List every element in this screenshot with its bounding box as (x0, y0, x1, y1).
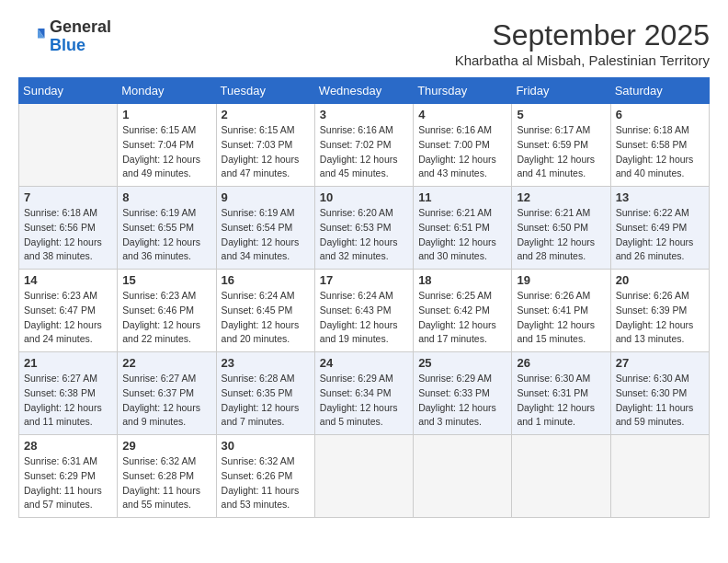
day-number: 15 (122, 273, 210, 287)
calendar-cell: 24Sunrise: 6:29 AMSunset: 6:34 PMDayligh… (314, 352, 413, 435)
calendar-cell: 23Sunrise: 6:28 AMSunset: 6:35 PMDayligh… (216, 352, 314, 435)
day-detail: Sunrise: 6:31 AMSunset: 6:29 PMDaylight:… (24, 454, 112, 512)
calendar-cell (314, 435, 413, 518)
day-number: 9 (222, 190, 310, 204)
day-detail: Sunrise: 6:32 AMSunset: 6:28 PMDaylight:… (122, 454, 210, 512)
calendar: SundayMondayTuesdayWednesdayThursdayFrid… (18, 77, 710, 518)
week-row-3: 14Sunrise: 6:23 AMSunset: 6:47 PMDayligh… (19, 270, 710, 352)
day-number: 18 (418, 273, 506, 287)
calendar-cell: 2Sunrise: 6:15 AMSunset: 7:03 PMDaylight… (216, 104, 314, 187)
week-row-1: 1Sunrise: 6:15 AMSunset: 7:04 PMDaylight… (19, 104, 710, 187)
day-detail: Sunrise: 6:21 AMSunset: 6:50 PMDaylight:… (517, 206, 605, 264)
calendar-cell: 7Sunrise: 6:18 AMSunset: 6:56 PMDaylight… (19, 187, 118, 270)
day-detail: Sunrise: 6:30 AMSunset: 6:31 PMDaylight:… (517, 372, 605, 430)
day-number: 19 (517, 273, 605, 287)
day-number: 20 (616, 273, 704, 287)
day-number: 25 (418, 356, 506, 370)
day-detail: Sunrise: 6:29 AMSunset: 6:34 PMDaylight:… (320, 372, 408, 430)
day-number: 17 (320, 273, 408, 287)
day-number: 24 (320, 356, 408, 370)
day-detail: Sunrise: 6:22 AMSunset: 6:49 PMDaylight:… (616, 206, 704, 264)
calendar-cell: 14Sunrise: 6:23 AMSunset: 6:47 PMDayligh… (19, 270, 118, 352)
day-detail: Sunrise: 6:21 AMSunset: 6:51 PMDaylight:… (418, 206, 506, 264)
day-detail: Sunrise: 6:29 AMSunset: 6:33 PMDaylight:… (418, 372, 506, 430)
calendar-cell: 1Sunrise: 6:15 AMSunset: 7:04 PMDaylight… (118, 104, 216, 187)
day-number: 6 (616, 108, 704, 121)
day-detail: Sunrise: 6:18 AMSunset: 6:58 PMDaylight:… (616, 123, 704, 181)
header-sunday: Sunday (19, 78, 118, 104)
day-detail: Sunrise: 6:18 AMSunset: 6:56 PMDaylight:… (24, 206, 112, 264)
calendar-cell: 6Sunrise: 6:18 AMSunset: 6:58 PMDaylight… (610, 104, 709, 187)
calendar-cell: 9Sunrise: 6:19 AMSunset: 6:54 PMDaylight… (216, 187, 314, 270)
day-detail: Sunrise: 6:26 AMSunset: 6:39 PMDaylight:… (616, 289, 704, 347)
week-row-4: 21Sunrise: 6:27 AMSunset: 6:38 PMDayligh… (19, 352, 710, 435)
day-number: 4 (418, 108, 506, 121)
day-number: 30 (222, 439, 310, 453)
day-number: 26 (517, 356, 605, 370)
day-number: 28 (24, 439, 112, 453)
calendar-cell: 12Sunrise: 6:21 AMSunset: 6:50 PMDayligh… (512, 187, 610, 270)
day-number: 22 (122, 356, 210, 370)
calendar-cell (512, 435, 610, 518)
day-number: 27 (616, 356, 704, 370)
calendar-cell: 16Sunrise: 6:24 AMSunset: 6:45 PMDayligh… (216, 270, 314, 352)
calendar-cell (610, 435, 709, 518)
calendar-cell: 5Sunrise: 6:17 AMSunset: 6:59 PMDaylight… (512, 104, 610, 187)
location-title: Kharbatha al Misbah, Palestinian Territo… (455, 52, 710, 68)
day-detail: Sunrise: 6:27 AMSunset: 6:38 PMDaylight:… (24, 372, 112, 430)
header-tuesday: Tuesday (216, 78, 314, 104)
calendar-cell: 22Sunrise: 6:27 AMSunset: 6:37 PMDayligh… (118, 352, 216, 435)
calendar-cell: 25Sunrise: 6:29 AMSunset: 6:33 PMDayligh… (414, 352, 512, 435)
logo-icon (18, 23, 46, 51)
logo-text: General Blue (50, 18, 111, 55)
day-number: 8 (122, 190, 210, 204)
day-number: 23 (222, 356, 310, 370)
day-number: 2 (222, 108, 310, 121)
day-number: 3 (320, 108, 408, 121)
day-detail: Sunrise: 6:16 AMSunset: 7:00 PMDaylight:… (418, 123, 506, 181)
logo-general: General (50, 18, 111, 37)
calendar-cell: 13Sunrise: 6:22 AMSunset: 6:49 PMDayligh… (610, 187, 709, 270)
calendar-cell: 27Sunrise: 6:30 AMSunset: 6:30 PMDayligh… (610, 352, 709, 435)
day-number: 13 (616, 190, 704, 204)
day-detail: Sunrise: 6:17 AMSunset: 6:59 PMDaylight:… (517, 123, 605, 181)
calendar-cell: 18Sunrise: 6:25 AMSunset: 6:42 PMDayligh… (414, 270, 512, 352)
day-detail: Sunrise: 6:23 AMSunset: 6:47 PMDaylight:… (24, 289, 112, 347)
header-wednesday: Wednesday (314, 78, 413, 104)
calendar-cell: 29Sunrise: 6:32 AMSunset: 6:28 PMDayligh… (118, 435, 216, 518)
title-block: September 2025 Kharbatha al Misbah, Pale… (455, 18, 710, 68)
calendar-cell: 3Sunrise: 6:16 AMSunset: 7:02 PMDaylight… (314, 104, 413, 187)
day-number: 14 (24, 273, 112, 287)
calendar-cell: 30Sunrise: 6:32 AMSunset: 6:26 PMDayligh… (216, 435, 314, 518)
header-thursday: Thursday (414, 78, 512, 104)
header-friday: Friday (512, 78, 610, 104)
logo: General Blue (18, 18, 111, 55)
day-detail: Sunrise: 6:23 AMSunset: 6:46 PMDaylight:… (122, 289, 210, 347)
day-number: 11 (418, 190, 506, 204)
day-detail: Sunrise: 6:32 AMSunset: 6:26 PMDaylight:… (222, 454, 310, 512)
day-number: 7 (24, 190, 112, 204)
day-detail: Sunrise: 6:19 AMSunset: 6:55 PMDaylight:… (122, 206, 210, 264)
logo-blue: Blue (50, 37, 111, 55)
day-detail: Sunrise: 6:19 AMSunset: 6:54 PMDaylight:… (222, 206, 310, 264)
day-number: 12 (517, 190, 605, 204)
calendar-cell: 11Sunrise: 6:21 AMSunset: 6:51 PMDayligh… (414, 187, 512, 270)
day-number: 29 (122, 439, 210, 453)
calendar-cell: 28Sunrise: 6:31 AMSunset: 6:29 PMDayligh… (19, 435, 118, 518)
calendar-cell: 10Sunrise: 6:20 AMSunset: 6:53 PMDayligh… (314, 187, 413, 270)
day-detail: Sunrise: 6:30 AMSunset: 6:30 PMDaylight:… (616, 372, 704, 430)
calendar-cell: 20Sunrise: 6:26 AMSunset: 6:39 PMDayligh… (610, 270, 709, 352)
header-saturday: Saturday (610, 78, 709, 104)
day-detail: Sunrise: 6:27 AMSunset: 6:37 PMDaylight:… (122, 372, 210, 430)
day-detail: Sunrise: 6:16 AMSunset: 7:02 PMDaylight:… (320, 123, 408, 181)
week-row-2: 7Sunrise: 6:18 AMSunset: 6:56 PMDaylight… (19, 187, 710, 270)
page-header: General Blue September 2025 Kharbatha al… (18, 18, 710, 68)
calendar-cell (414, 435, 512, 518)
day-detail: Sunrise: 6:15 AMSunset: 7:03 PMDaylight:… (222, 123, 310, 181)
month-title: September 2025 (455, 18, 710, 52)
day-number: 5 (517, 108, 605, 121)
day-number: 10 (320, 190, 408, 204)
day-detail: Sunrise: 6:28 AMSunset: 6:35 PMDaylight:… (222, 372, 310, 430)
calendar-cell: 21Sunrise: 6:27 AMSunset: 6:38 PMDayligh… (19, 352, 118, 435)
calendar-cell: 26Sunrise: 6:30 AMSunset: 6:31 PMDayligh… (512, 352, 610, 435)
